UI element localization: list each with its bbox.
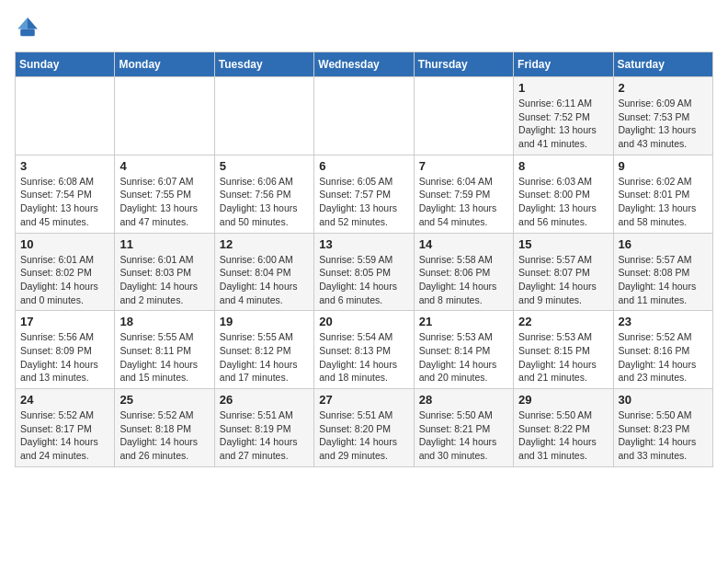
day-number: 10	[20, 237, 109, 251]
calendar-cell: 10Sunrise: 6:01 AMSunset: 8:02 PMDayligh…	[16, 233, 115, 311]
day-number: 22	[518, 315, 608, 328]
calendar-cell: 2Sunrise: 6:09 AMSunset: 7:53 PMDaylight…	[613, 77, 712, 155]
day-info: Sunrise: 6:11 AMSunset: 7:52 PMDaylight:…	[518, 97, 608, 151]
day-info: Sunrise: 6:00 AMSunset: 8:04 PMDaylight:…	[220, 253, 309, 307]
calendar-cell: 15Sunrise: 5:57 AMSunset: 8:07 PMDayligh…	[514, 233, 613, 311]
day-info: Sunrise: 6:03 AMSunset: 8:00 PMDaylight:…	[518, 175, 608, 229]
calendar-cell	[414, 77, 513, 155]
calendar-cell	[314, 77, 414, 155]
day-info: Sunrise: 5:58 AMSunset: 8:06 PMDaylight:…	[419, 253, 508, 307]
calendar-cell: 23Sunrise: 5:52 AMSunset: 8:16 PMDayligh…	[613, 311, 712, 389]
calendar-week-row: 10Sunrise: 6:01 AMSunset: 8:02 PMDayligh…	[16, 233, 713, 311]
day-info: Sunrise: 5:56 AMSunset: 8:09 PMDaylight:…	[20, 330, 109, 385]
day-number: 18	[119, 315, 209, 328]
calendar-header-monday: Monday	[115, 52, 214, 77]
calendar-cell: 8Sunrise: 6:03 AMSunset: 8:00 PMDaylight…	[514, 155, 613, 233]
logo	[15, 15, 44, 40]
calendar-header-sunday: Sunday	[16, 52, 115, 77]
day-number: 11	[119, 237, 209, 251]
calendar-cell: 16Sunrise: 5:57 AMSunset: 8:08 PMDayligh…	[613, 233, 712, 311]
day-number: 9	[619, 159, 708, 173]
svg-rect-2	[20, 29, 35, 37]
calendar-cell: 20Sunrise: 5:54 AMSunset: 8:13 PMDayligh…	[314, 311, 414, 389]
day-number: 26	[220, 393, 309, 407]
day-info: Sunrise: 6:06 AMSunset: 7:56 PMDaylight:…	[220, 175, 309, 229]
calendar-cell: 24Sunrise: 5:52 AMSunset: 8:17 PMDayligh…	[16, 389, 115, 467]
day-info: Sunrise: 5:53 AMSunset: 8:15 PMDaylight:…	[518, 330, 608, 385]
day-info: Sunrise: 5:52 AMSunset: 8:16 PMDaylight:…	[619, 330, 708, 385]
calendar-cell: 13Sunrise: 5:59 AMSunset: 8:05 PMDayligh…	[314, 233, 414, 311]
day-number: 21	[419, 315, 508, 328]
day-info: Sunrise: 5:50 AMSunset: 8:21 PMDaylight:…	[419, 408, 508, 463]
calendar-cell: 1Sunrise: 6:11 AMSunset: 7:52 PMDaylight…	[514, 77, 613, 155]
day-info: Sunrise: 5:55 AMSunset: 8:12 PMDaylight:…	[220, 330, 309, 385]
day-info: Sunrise: 6:01 AMSunset: 8:03 PMDaylight:…	[119, 253, 209, 307]
day-number: 29	[518, 393, 608, 407]
day-info: Sunrise: 5:51 AMSunset: 8:19 PMDaylight:…	[220, 408, 309, 463]
calendar-header-thursday: Thursday	[414, 52, 513, 77]
day-info: Sunrise: 5:50 AMSunset: 8:22 PMDaylight:…	[518, 408, 608, 463]
calendar-cell: 11Sunrise: 6:01 AMSunset: 8:03 PMDayligh…	[115, 233, 214, 311]
day-info: Sunrise: 6:07 AMSunset: 7:55 PMDaylight:…	[119, 175, 209, 229]
day-number: 27	[319, 393, 408, 407]
calendar-header-friday: Friday	[514, 52, 613, 77]
day-info: Sunrise: 6:02 AMSunset: 8:01 PMDaylight:…	[619, 175, 708, 229]
day-number: 19	[220, 315, 309, 328]
day-number: 17	[20, 315, 109, 328]
calendar-week-row: 24Sunrise: 5:52 AMSunset: 8:17 PMDayligh…	[16, 389, 713, 467]
calendar-cell: 21Sunrise: 5:53 AMSunset: 8:14 PMDayligh…	[414, 311, 513, 389]
day-number: 2	[619, 81, 708, 95]
day-number: 23	[619, 315, 708, 328]
calendar-cell: 3Sunrise: 6:08 AMSunset: 7:54 PMDaylight…	[16, 155, 115, 233]
calendar-cell: 19Sunrise: 5:55 AMSunset: 8:12 PMDayligh…	[214, 311, 313, 389]
day-info: Sunrise: 6:05 AMSunset: 7:57 PMDaylight:…	[319, 175, 408, 229]
page-header	[15, 15, 713, 40]
calendar-cell: 22Sunrise: 5:53 AMSunset: 8:15 PMDayligh…	[514, 311, 613, 389]
day-number: 14	[419, 237, 508, 251]
calendar-cell: 18Sunrise: 5:55 AMSunset: 8:11 PMDayligh…	[115, 311, 214, 389]
day-number: 30	[619, 393, 708, 407]
day-info: Sunrise: 5:50 AMSunset: 8:23 PMDaylight:…	[619, 408, 708, 463]
day-info: Sunrise: 6:04 AMSunset: 7:59 PMDaylight:…	[419, 175, 508, 229]
logo-icon	[15, 15, 40, 40]
day-number: 12	[220, 237, 309, 251]
day-info: Sunrise: 5:59 AMSunset: 8:05 PMDaylight:…	[319, 253, 408, 307]
calendar-cell: 26Sunrise: 5:51 AMSunset: 8:19 PMDayligh…	[214, 389, 313, 467]
calendar-cell: 6Sunrise: 6:05 AMSunset: 7:57 PMDaylight…	[314, 155, 414, 233]
calendar-cell: 12Sunrise: 6:00 AMSunset: 8:04 PMDayligh…	[214, 233, 313, 311]
calendar-cell: 29Sunrise: 5:50 AMSunset: 8:22 PMDayligh…	[514, 389, 613, 467]
calendar-header-saturday: Saturday	[613, 52, 712, 77]
calendar-cell: 7Sunrise: 6:04 AMSunset: 7:59 PMDaylight…	[414, 155, 513, 233]
calendar-cell: 28Sunrise: 5:50 AMSunset: 8:21 PMDayligh…	[414, 389, 513, 467]
calendar-cell: 9Sunrise: 6:02 AMSunset: 8:01 PMDaylight…	[613, 155, 712, 233]
calendar-cell: 14Sunrise: 5:58 AMSunset: 8:06 PMDayligh…	[414, 233, 513, 311]
day-number: 6	[319, 159, 408, 173]
day-info: Sunrise: 5:54 AMSunset: 8:13 PMDaylight:…	[319, 330, 408, 385]
day-number: 20	[319, 315, 408, 328]
day-info: Sunrise: 5:52 AMSunset: 8:18 PMDaylight:…	[119, 408, 209, 463]
day-number: 13	[319, 237, 408, 251]
calendar-cell: 5Sunrise: 6:06 AMSunset: 7:56 PMDaylight…	[214, 155, 313, 233]
day-number: 15	[518, 237, 608, 251]
calendar-header-tuesday: Tuesday	[214, 52, 313, 77]
day-info: Sunrise: 5:51 AMSunset: 8:20 PMDaylight:…	[319, 408, 408, 463]
calendar-cell: 4Sunrise: 6:07 AMSunset: 7:55 PMDaylight…	[115, 155, 214, 233]
day-info: Sunrise: 5:55 AMSunset: 8:11 PMDaylight:…	[119, 330, 209, 385]
day-info: Sunrise: 6:01 AMSunset: 8:02 PMDaylight:…	[20, 253, 109, 307]
day-info: Sunrise: 5:53 AMSunset: 8:14 PMDaylight:…	[419, 330, 508, 385]
day-info: Sunrise: 6:08 AMSunset: 7:54 PMDaylight:…	[20, 175, 109, 229]
calendar-header-wednesday: Wednesday	[314, 52, 414, 77]
calendar-cell	[214, 77, 313, 155]
day-number: 24	[20, 393, 109, 407]
day-info: Sunrise: 5:57 AMSunset: 8:07 PMDaylight:…	[518, 253, 608, 307]
calendar-header-row: SundayMondayTuesdayWednesdayThursdayFrid…	[16, 52, 713, 77]
day-number: 1	[518, 81, 608, 95]
day-info: Sunrise: 5:57 AMSunset: 8:08 PMDaylight:…	[619, 253, 708, 307]
calendar-week-row: 17Sunrise: 5:56 AMSunset: 8:09 PMDayligh…	[16, 311, 713, 389]
calendar-cell	[16, 77, 115, 155]
day-number: 25	[119, 393, 209, 407]
svg-marker-1	[17, 17, 28, 29]
day-number: 8	[518, 159, 608, 173]
day-info: Sunrise: 5:52 AMSunset: 8:17 PMDaylight:…	[20, 408, 109, 463]
calendar-cell	[115, 77, 214, 155]
